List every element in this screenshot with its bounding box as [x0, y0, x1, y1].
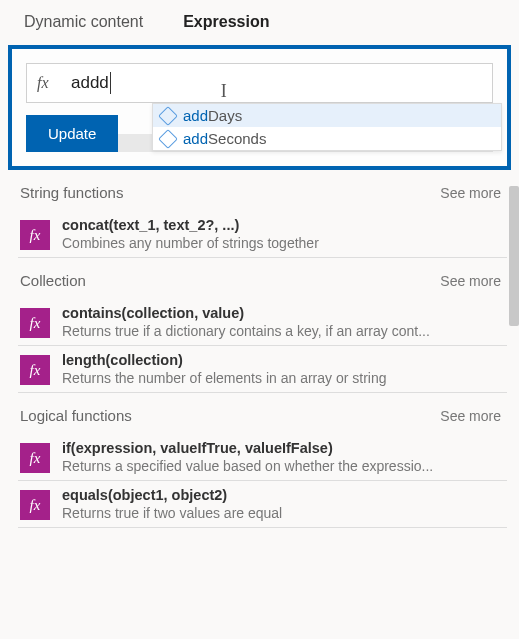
category-title: Collection [20, 272, 86, 289]
function-signature: equals(object1, object2) [62, 487, 505, 503]
category-title: Logical functions [20, 407, 132, 424]
function-description: Returns the number of elements in an arr… [62, 370, 505, 386]
function-signature: length(collection) [62, 352, 505, 368]
autocomplete-match: add [183, 130, 208, 147]
function-item-if[interactable]: fx if(expression, valueIfTrue, valueIfFa… [18, 434, 507, 481]
fx-function-icon: fx [20, 220, 50, 250]
function-description: Returns true if a dictionary contains a … [62, 323, 505, 339]
autocomplete-item-adddays[interactable]: addDays [153, 104, 501, 127]
method-icon [158, 106, 178, 126]
scrollbar-thumb[interactable] [509, 186, 519, 326]
function-text: equals(object1, object2) Returns true if… [62, 487, 505, 521]
function-text: contains(collection, value) Returns true… [62, 305, 505, 339]
function-item-length[interactable]: fx length(collection) Returns the number… [18, 346, 507, 393]
tab-dynamic-content[interactable]: Dynamic content [24, 13, 143, 31]
function-item-equals[interactable]: fx equals(object1, object2) Returns true… [18, 481, 507, 528]
autocomplete-rest: Seconds [208, 130, 266, 147]
fx-function-icon: fx [20, 490, 50, 520]
autocomplete-rest: Days [208, 107, 242, 124]
function-signature: concat(text_1, text_2?, ...) [62, 217, 505, 233]
function-text: length(collection) Returns the number of… [62, 352, 505, 386]
function-list: String functions See more fx concat(text… [0, 170, 519, 528]
function-text: if(expression, valueIfTrue, valueIfFalse… [62, 440, 505, 474]
function-description: Returns a specified value based on wheth… [62, 458, 505, 474]
see-more-link[interactable]: See more [440, 273, 501, 289]
category-title: String functions [20, 184, 123, 201]
expression-input-value: addd [71, 72, 111, 94]
function-text: concat(text_1, text_2?, ...) Combines an… [62, 217, 505, 251]
fx-function-icon: fx [20, 355, 50, 385]
see-more-link[interactable]: See more [440, 408, 501, 424]
category-header-string: String functions See more [18, 170, 507, 211]
category-header-collection: Collection See more [18, 258, 507, 299]
function-description: Combines any number of strings together [62, 235, 505, 251]
fx-icon: fx [37, 74, 57, 92]
tab-bar: Dynamic content Expression [0, 0, 519, 41]
tab-expression[interactable]: Expression [183, 13, 269, 31]
update-button[interactable]: Update [26, 115, 118, 152]
category-header-logical: Logical functions See more [18, 393, 507, 434]
function-item-contains[interactable]: fx contains(collection, value) Returns t… [18, 299, 507, 346]
autocomplete-popup: addDays addSeconds [152, 103, 502, 151]
expression-editor-area: fx addd I addDays addSeconds Update [8, 45, 511, 170]
function-signature: contains(collection, value) [62, 305, 505, 321]
expression-input[interactable]: fx addd I [26, 63, 493, 103]
function-description: Returns true if two values are equal [62, 505, 505, 521]
fx-function-icon: fx [20, 443, 50, 473]
function-item-concat[interactable]: fx concat(text_1, text_2?, ...) Combines… [18, 211, 507, 258]
function-signature: if(expression, valueIfTrue, valueIfFalse… [62, 440, 505, 456]
text-cursor-icon: I [221, 81, 227, 102]
method-icon [158, 129, 178, 149]
autocomplete-match: add [183, 107, 208, 124]
see-more-link[interactable]: See more [440, 185, 501, 201]
fx-function-icon: fx [20, 308, 50, 338]
autocomplete-item-addseconds[interactable]: addSeconds [153, 127, 501, 150]
